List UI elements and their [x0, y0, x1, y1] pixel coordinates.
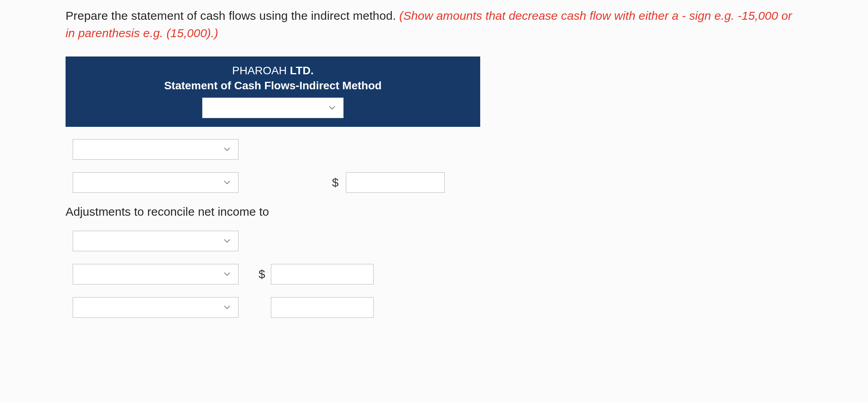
instruction-text: Prepare the statement of cash flows usin…: [66, 7, 804, 41]
line5-select[interactable]: [73, 297, 239, 318]
dollar-sign: $: [256, 267, 268, 281]
statement-header: PHAROAH LTD. Statement of Cash Flows-Ind…: [66, 56, 480, 127]
company-name-bold: LTD.: [290, 64, 314, 77]
chevron-down-icon: [223, 270, 231, 278]
line4-amount-input[interactable]: [271, 264, 374, 284]
company-name-pre: PHAROAH: [232, 64, 290, 77]
line3-select[interactable]: [73, 231, 239, 251]
chevron-down-icon: [223, 179, 231, 186]
adjustments-label: Adjustments to reconcile net income to: [66, 205, 804, 218]
line1-select[interactable]: [73, 139, 239, 160]
chevron-down-icon: [223, 303, 231, 311]
statement-title: Statement of Cash Flows-Indirect Method: [66, 79, 480, 92]
chevron-down-icon: [328, 104, 336, 112]
company-name: PHAROAH LTD.: [66, 64, 480, 77]
dollar-sign: $: [329, 176, 341, 189]
line2-select[interactable]: [73, 172, 239, 193]
line4-select[interactable]: [73, 264, 239, 284]
line5-amount-input[interactable]: [271, 297, 374, 318]
instruction-lead: Prepare the statement of cash flows usin…: [66, 9, 399, 22]
period-select[interactable]: [202, 98, 344, 118]
chevron-down-icon: [223, 237, 231, 245]
chevron-down-icon: [223, 145, 231, 153]
line2-amount-input[interactable]: [346, 172, 445, 193]
